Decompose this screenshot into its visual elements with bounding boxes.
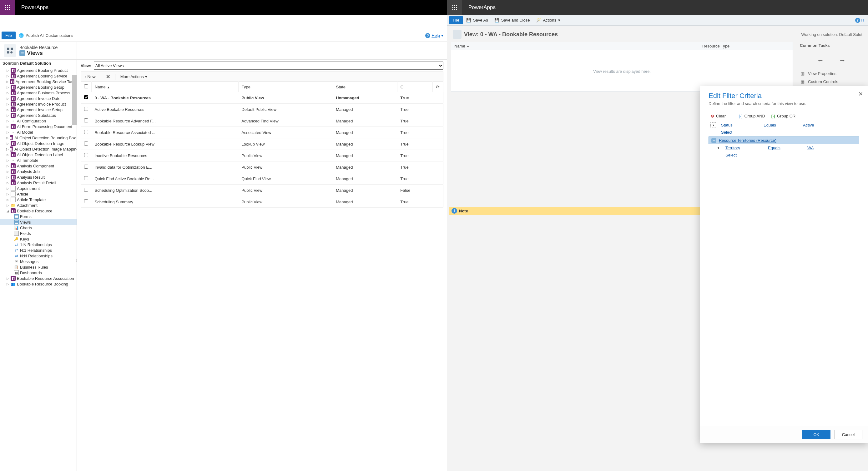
clear-button[interactable]: ⊘ Clear	[710, 113, 726, 119]
tree-node[interactable]: ▷Attachment	[0, 202, 76, 208]
filter-field-1[interactable]: Status	[721, 123, 733, 128]
tree-expand-icon[interactable]: ▷	[6, 74, 9, 78]
grid-row[interactable]: Inactive Bookable Resources Public View …	[81, 150, 443, 162]
tree-expand-icon[interactable]: ▷	[6, 131, 9, 134]
tree-node[interactable]: ▷Agreement Booking Setup	[0, 84, 76, 90]
grid-row[interactable]: Scheduling Summary Public View Managed T…	[81, 196, 443, 208]
tree-child-node[interactable]: N:1 Relationships	[0, 247, 76, 253]
panel-item[interactable]: ▥View Properties	[799, 69, 864, 77]
delete-button[interactable]: ✕	[104, 73, 112, 80]
tree-child-node[interactable]: Keys	[0, 236, 76, 242]
tree-node[interactable]: ▷Article Template	[0, 197, 76, 202]
save-close-button[interactable]: 💾 Save and Close	[491, 16, 533, 24]
splitter-handle[interactable]: ⋮	[75, 259, 78, 262]
tree-node[interactable]: ▷Analysis Job	[0, 169, 76, 174]
nav-right-icon[interactable]: →	[839, 56, 846, 64]
scrollbar-thumb[interactable]	[72, 75, 76, 125]
filter-op-1[interactable]: Equals	[764, 123, 776, 128]
tree-node[interactable]: ▷AI Form Processing Document	[0, 124, 76, 129]
row-checkbox[interactable]	[84, 141, 88, 145]
tree-node[interactable]: ▷Article	[0, 191, 76, 197]
row-checkbox[interactable]	[84, 188, 88, 192]
tree-expand-icon[interactable]: ▷	[6, 69, 9, 72]
tree-expand-icon[interactable]: ▷	[6, 125, 9, 128]
tree-node[interactable]: ▷Agreement Invoice Setup	[0, 107, 76, 112]
tree-expand-icon[interactable]: ▷	[6, 102, 9, 106]
tree-node[interactable]: ▷Appointment	[0, 186, 76, 191]
tree-child-node[interactable]: N:N Relationships	[0, 253, 76, 259]
filter-val-1[interactable]: Active	[803, 123, 814, 128]
view-col-name[interactable]: Name ▲	[451, 44, 699, 48]
row-checkbox[interactable]	[84, 95, 88, 99]
tree-expand-icon[interactable]: ▷	[6, 86, 9, 89]
col-type[interactable]: Type	[238, 82, 333, 92]
tree-node[interactable]: ▷AI Model	[0, 129, 76, 135]
tree-expand-icon[interactable]: ▷	[6, 142, 9, 145]
row-checkbox[interactable]	[84, 176, 88, 180]
row-checkbox[interactable]	[84, 119, 88, 123]
grid-row[interactable]: Quick Find Active Bookable Re... Quick F…	[81, 173, 443, 184]
tree-node[interactable]: ▷Agreement Business Process	[0, 90, 76, 96]
tree-node[interactable]: ▷Bookable Resource Booking	[0, 281, 76, 287]
tree-child-node[interactable]: Charts	[0, 225, 76, 231]
group-collapse-icon[interactable]: ▾	[711, 138, 716, 143]
publish-all-button[interactable]: 🌐 Publish All Customizations	[16, 32, 76, 39]
grid-row[interactable]: Bookable Resource Associated ... Associa…	[81, 127, 443, 138]
row-checkbox[interactable]	[84, 107, 88, 111]
tree-node[interactable]: ▷Analysis Component	[0, 163, 76, 169]
row-checkbox[interactable]	[84, 130, 88, 134]
more-actions-button[interactable]: More Actions ▾	[119, 74, 149, 80]
tree-node[interactable]: ▷Agreement Substatus	[0, 112, 76, 118]
cancel-button[interactable]: Cancel	[834, 430, 862, 439]
tree-expand-icon[interactable]: ▷	[6, 136, 9, 140]
panel-item[interactable]: ▦Custom Controls	[799, 77, 864, 86]
tree-expand-icon[interactable]: ▷	[6, 204, 9, 207]
ok-button[interactable]: OK	[802, 430, 831, 439]
waffle-button-right[interactable]	[447, 0, 462, 15]
tree-expand-icon[interactable]: ▷	[6, 187, 9, 190]
save-as-button[interactable]: 💾 Save As	[463, 16, 491, 24]
tree-node[interactable]: ▷Bookable Resource Association	[0, 275, 76, 281]
tree-child-node[interactable]: Views	[0, 219, 76, 225]
group-label[interactable]: Resource Territories (Resource)	[719, 138, 776, 143]
tree-node[interactable]: ▷AI Object Detection Label	[0, 152, 76, 158]
row-checkbox[interactable]	[84, 165, 88, 169]
tree-expand-icon[interactable]: ▷	[6, 198, 9, 201]
tree-node[interactable]: ▷AI Object Detection Bounding Box	[0, 135, 76, 140]
group-and-button[interactable]: [·] Group AND	[738, 113, 765, 119]
tree-node[interactable]: ▷AI Object Detection Image Mapping	[0, 146, 76, 152]
tree-child-node[interactable]: Dashboards	[0, 270, 76, 275]
tree-node[interactable]: ▷Agreement Booking Product	[0, 67, 76, 73]
row-menu-toggle[interactable]: ▾	[710, 123, 716, 128]
tree-expand-icon[interactable]: ▷	[6, 164, 9, 168]
tree-expand-icon[interactable]: ▷	[6, 153, 9, 157]
col-state[interactable]: State	[333, 82, 397, 92]
tree-expand-icon[interactable]: ▷	[6, 175, 9, 179]
tree-expand-icon[interactable]: ▷	[6, 192, 9, 196]
tree-node[interactable]: ▷AI Configuration	[0, 118, 76, 124]
new-button[interactable]: ▫ New	[83, 74, 98, 80]
grid-row[interactable]: 0 - WA - Bookable Resources Public View …	[81, 92, 443, 104]
tree-expand-icon[interactable]: ▷	[6, 147, 9, 151]
tree-expand-icon[interactable]: ▷	[6, 159, 9, 162]
col-checkbox[interactable]	[81, 82, 92, 92]
filter-field-2[interactable]: Territory	[725, 145, 740, 150]
grid-row[interactable]: Bookable Resource Lookup View Lookup Vie…	[81, 138, 443, 150]
group-or-button[interactable]: [·] Group OR	[771, 113, 796, 119]
filter-select-2[interactable]: Select	[725, 153, 737, 158]
tree-expand-icon[interactable]: ▷	[6, 170, 9, 173]
tree-node[interactable]: ▷AI Template	[0, 158, 76, 163]
file-tab-right[interactable]: File	[449, 16, 463, 24]
tree-child-node[interactable]: Forms	[0, 214, 76, 219]
tree-node[interactable]: ▷Agreement Invoice Product	[0, 101, 76, 107]
nav-left-icon[interactable]: ←	[817, 56, 824, 64]
tree-node[interactable]: ▷Agreement Booking Service Task	[0, 79, 76, 84]
row-checkbox[interactable]	[84, 153, 88, 157]
tree-expand-icon[interactable]: ▷	[6, 181, 9, 184]
actions-menu[interactable]: 🪄 Actions ▾	[533, 16, 563, 24]
grid-row[interactable]: Invalid data for Optimization E... Publi…	[81, 162, 443, 173]
grid-row[interactable]: Scheduling Optimization Scop... Public V…	[81, 184, 443, 196]
view-col-type[interactable]: Resource Type	[699, 44, 780, 48]
filter-val-2[interactable]: WA	[807, 145, 814, 150]
tree-expand-icon[interactable]: ▷	[6, 114, 9, 117]
